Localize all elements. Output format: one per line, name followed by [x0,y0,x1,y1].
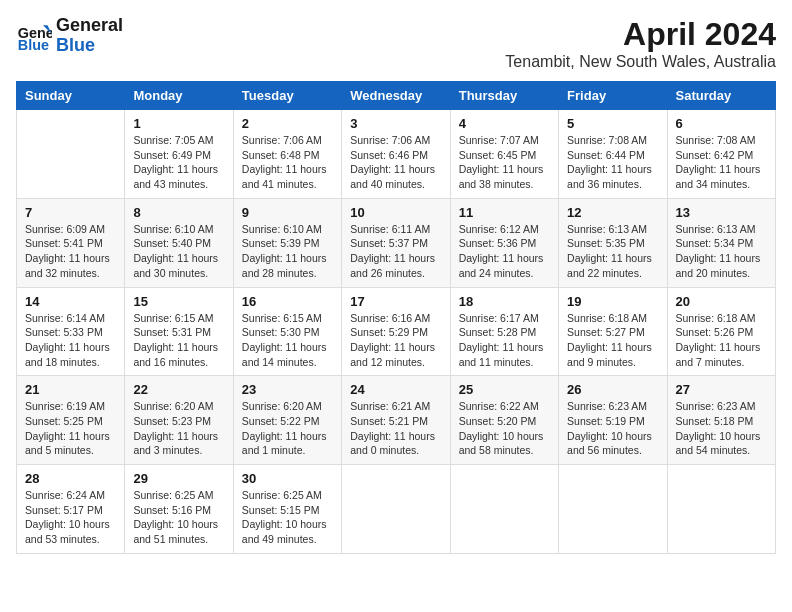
calendar-cell: 1Sunrise: 7:05 AM Sunset: 6:49 PM Daylig… [125,110,233,199]
calendar-cell: 29Sunrise: 6:25 AM Sunset: 5:16 PM Dayli… [125,465,233,554]
day-number: 8 [133,205,224,220]
day-number: 27 [676,382,767,397]
day-info: Sunrise: 6:24 AM Sunset: 5:17 PM Dayligh… [25,488,116,547]
day-number: 28 [25,471,116,486]
weekday-header: Monday [125,82,233,110]
day-number: 1 [133,116,224,131]
title-section: April 2024 Tenambit, New South Wales, Au… [505,16,776,71]
weekday-header: Wednesday [342,82,450,110]
day-info: Sunrise: 6:16 AM Sunset: 5:29 PM Dayligh… [350,311,441,370]
calendar-cell: 30Sunrise: 6:25 AM Sunset: 5:15 PM Dayli… [233,465,341,554]
calendar-cell [17,110,125,199]
day-info: Sunrise: 6:18 AM Sunset: 5:26 PM Dayligh… [676,311,767,370]
logo-icon: General Blue [16,18,52,54]
day-info: Sunrise: 6:09 AM Sunset: 5:41 PM Dayligh… [25,222,116,281]
day-number: 17 [350,294,441,309]
calendar-cell: 27Sunrise: 6:23 AM Sunset: 5:18 PM Dayli… [667,376,775,465]
day-info: Sunrise: 7:07 AM Sunset: 6:45 PM Dayligh… [459,133,550,192]
day-info: Sunrise: 6:19 AM Sunset: 5:25 PM Dayligh… [25,399,116,458]
day-number: 22 [133,382,224,397]
calendar-week-row: 14Sunrise: 6:14 AM Sunset: 5:33 PM Dayli… [17,287,776,376]
day-number: 23 [242,382,333,397]
day-number: 25 [459,382,550,397]
day-info: Sunrise: 7:08 AM Sunset: 6:42 PM Dayligh… [676,133,767,192]
day-number: 11 [459,205,550,220]
calendar-cell: 17Sunrise: 6:16 AM Sunset: 5:29 PM Dayli… [342,287,450,376]
calendar-cell: 3Sunrise: 7:06 AM Sunset: 6:46 PM Daylig… [342,110,450,199]
calendar-cell: 26Sunrise: 6:23 AM Sunset: 5:19 PM Dayli… [559,376,667,465]
day-number: 21 [25,382,116,397]
svg-text:Blue: Blue [18,37,49,53]
day-info: Sunrise: 6:25 AM Sunset: 5:15 PM Dayligh… [242,488,333,547]
calendar-cell: 6Sunrise: 7:08 AM Sunset: 6:42 PM Daylig… [667,110,775,199]
calendar-cell: 28Sunrise: 6:24 AM Sunset: 5:17 PM Dayli… [17,465,125,554]
day-info: Sunrise: 6:20 AM Sunset: 5:23 PM Dayligh… [133,399,224,458]
day-info: Sunrise: 7:05 AM Sunset: 6:49 PM Dayligh… [133,133,224,192]
calendar-week-row: 28Sunrise: 6:24 AM Sunset: 5:17 PM Dayli… [17,465,776,554]
day-info: Sunrise: 7:06 AM Sunset: 6:46 PM Dayligh… [350,133,441,192]
calendar-cell: 14Sunrise: 6:14 AM Sunset: 5:33 PM Dayli… [17,287,125,376]
calendar-cell: 5Sunrise: 7:08 AM Sunset: 6:44 PM Daylig… [559,110,667,199]
calendar-week-row: 21Sunrise: 6:19 AM Sunset: 5:25 PM Dayli… [17,376,776,465]
day-number: 15 [133,294,224,309]
weekday-header: Saturday [667,82,775,110]
day-number: 20 [676,294,767,309]
calendar-cell: 20Sunrise: 6:18 AM Sunset: 5:26 PM Dayli… [667,287,775,376]
calendar-cell [667,465,775,554]
calendar-week-row: 1Sunrise: 7:05 AM Sunset: 6:49 PM Daylig… [17,110,776,199]
day-number: 12 [567,205,658,220]
day-number: 29 [133,471,224,486]
calendar-cell: 7Sunrise: 6:09 AM Sunset: 5:41 PM Daylig… [17,198,125,287]
weekday-header: Sunday [17,82,125,110]
location-title: Tenambit, New South Wales, Australia [505,53,776,71]
day-info: Sunrise: 6:15 AM Sunset: 5:31 PM Dayligh… [133,311,224,370]
day-info: Sunrise: 6:13 AM Sunset: 5:34 PM Dayligh… [676,222,767,281]
day-info: Sunrise: 6:10 AM Sunset: 5:39 PM Dayligh… [242,222,333,281]
calendar-table: SundayMondayTuesdayWednesdayThursdayFrid… [16,81,776,554]
calendar-cell: 18Sunrise: 6:17 AM Sunset: 5:28 PM Dayli… [450,287,558,376]
day-number: 30 [242,471,333,486]
weekday-header: Tuesday [233,82,341,110]
day-number: 18 [459,294,550,309]
day-info: Sunrise: 6:11 AM Sunset: 5:37 PM Dayligh… [350,222,441,281]
day-info: Sunrise: 6:12 AM Sunset: 5:36 PM Dayligh… [459,222,550,281]
day-number: 10 [350,205,441,220]
day-info: Sunrise: 6:18 AM Sunset: 5:27 PM Dayligh… [567,311,658,370]
day-number: 14 [25,294,116,309]
month-title: April 2024 [505,16,776,53]
weekday-header: Friday [559,82,667,110]
calendar-cell [342,465,450,554]
logo-line2: Blue [56,36,123,56]
calendar-cell: 16Sunrise: 6:15 AM Sunset: 5:30 PM Dayli… [233,287,341,376]
calendar-cell [559,465,667,554]
calendar-body: 1Sunrise: 7:05 AM Sunset: 6:49 PM Daylig… [17,110,776,554]
day-number: 19 [567,294,658,309]
calendar-cell: 10Sunrise: 6:11 AM Sunset: 5:37 PM Dayli… [342,198,450,287]
day-number: 9 [242,205,333,220]
calendar-cell: 8Sunrise: 6:10 AM Sunset: 5:40 PM Daylig… [125,198,233,287]
calendar-week-row: 7Sunrise: 6:09 AM Sunset: 5:41 PM Daylig… [17,198,776,287]
calendar-header-row: SundayMondayTuesdayWednesdayThursdayFrid… [17,82,776,110]
day-info: Sunrise: 6:14 AM Sunset: 5:33 PM Dayligh… [25,311,116,370]
day-info: Sunrise: 7:08 AM Sunset: 6:44 PM Dayligh… [567,133,658,192]
day-number: 24 [350,382,441,397]
day-number: 26 [567,382,658,397]
calendar-cell: 11Sunrise: 6:12 AM Sunset: 5:36 PM Dayli… [450,198,558,287]
day-number: 3 [350,116,441,131]
calendar-cell: 24Sunrise: 6:21 AM Sunset: 5:21 PM Dayli… [342,376,450,465]
day-info: Sunrise: 6:23 AM Sunset: 5:19 PM Dayligh… [567,399,658,458]
logo: General Blue General Blue [16,16,123,56]
day-number: 2 [242,116,333,131]
day-number: 7 [25,205,116,220]
day-number: 4 [459,116,550,131]
day-info: Sunrise: 6:21 AM Sunset: 5:21 PM Dayligh… [350,399,441,458]
day-number: 13 [676,205,767,220]
day-info: Sunrise: 6:20 AM Sunset: 5:22 PM Dayligh… [242,399,333,458]
day-info: Sunrise: 6:22 AM Sunset: 5:20 PM Dayligh… [459,399,550,458]
weekday-header: Thursday [450,82,558,110]
calendar-cell: 25Sunrise: 6:22 AM Sunset: 5:20 PM Dayli… [450,376,558,465]
logo-line1: General [56,16,123,36]
calendar-cell: 22Sunrise: 6:20 AM Sunset: 5:23 PM Dayli… [125,376,233,465]
calendar-cell: 2Sunrise: 7:06 AM Sunset: 6:48 PM Daylig… [233,110,341,199]
day-info: Sunrise: 6:17 AM Sunset: 5:28 PM Dayligh… [459,311,550,370]
